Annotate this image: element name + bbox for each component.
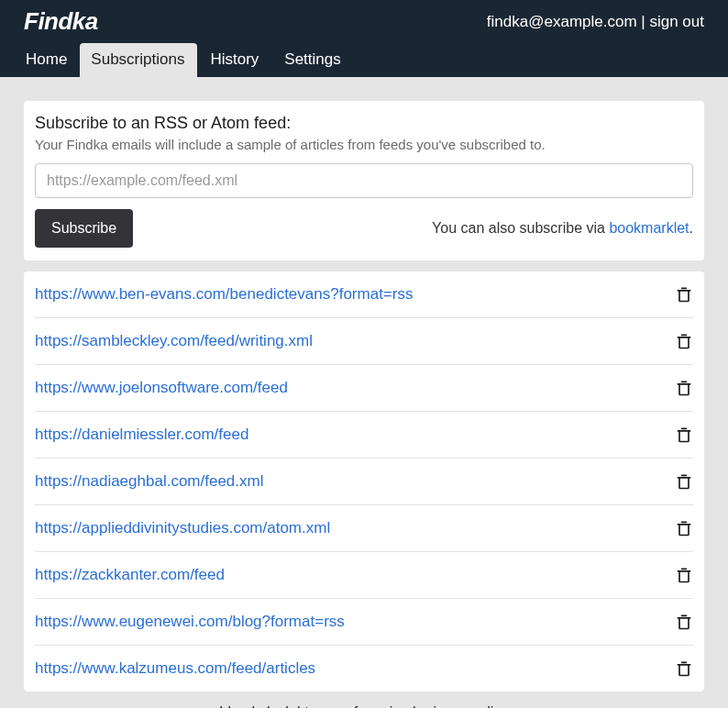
feed-row: https://zackkanter.com/feed xyxy=(35,552,693,599)
trash-icon[interactable] xyxy=(675,612,693,632)
bookmarklet-hint: You can also subscribe via bookmarklet. xyxy=(432,220,693,237)
footer-slack-link[interactable]: slack xyxy=(259,704,292,708)
separator: | xyxy=(637,13,650,30)
trash-icon[interactable] xyxy=(675,518,693,538)
separator: | xyxy=(248,704,259,708)
feed-link[interactable]: https://www.ben-evans.com/benedictevans?… xyxy=(35,285,413,304)
trash-icon[interactable] xyxy=(675,471,693,492)
feed-list: https://www.ben-evans.com/benedictevans?… xyxy=(24,271,704,691)
trash-icon[interactable] xyxy=(675,378,693,398)
trash-icon[interactable] xyxy=(675,425,693,445)
nav-item-settings[interactable]: Settings xyxy=(271,43,353,77)
feed-row: https://www.kalzumeus.com/feed/articles xyxy=(35,646,693,691)
feed-row: https://sambleckley.com/feed/writing.xml xyxy=(35,318,693,365)
footer-tos-link[interactable]: terms of service xyxy=(304,704,408,708)
feed-link[interactable]: https://www.kalzumeus.com/feed/articles xyxy=(35,659,315,678)
feed-link[interactable]: https://zackkanter.com/feed xyxy=(35,566,225,584)
sign-out-link[interactable]: sign out xyxy=(649,13,704,30)
user-email: findka@example.com xyxy=(487,13,637,30)
trash-icon[interactable] xyxy=(675,331,693,351)
user-area: findka@example.com | sign out xyxy=(487,13,704,31)
trash-icon[interactable] xyxy=(675,658,693,679)
feed-row: https://applieddivinitystudies.com/atom.… xyxy=(35,505,693,552)
feed-row: https://www.joelonsoftware.com/feed xyxy=(35,365,693,412)
bookmarklet-link[interactable]: bookmarklet xyxy=(609,220,689,236)
trash-icon[interactable] xyxy=(675,284,693,304)
feed-link[interactable]: https://sambleckley.com/feed/writing.xml xyxy=(35,332,313,350)
trash-icon[interactable] xyxy=(675,565,693,585)
panel-subtitle: Your Findka emails will include a sample… xyxy=(35,137,693,152)
feed-url-input[interactable] xyxy=(35,163,693,198)
hint-suffix: . xyxy=(689,220,693,236)
separator: | xyxy=(408,704,420,708)
separator: | xyxy=(292,704,304,708)
feed-link[interactable]: https://www.eugenewei.com/blog?format=rs… xyxy=(35,613,345,631)
feed-link[interactable]: https://www.joelonsoftware.com/feed xyxy=(35,379,288,397)
feed-row: https://www.ben-evans.com/benedictevans?… xyxy=(35,271,693,318)
feed-link[interactable]: https://danielmiessler.com/feed xyxy=(35,426,248,444)
subscribe-button[interactable]: Subscribe xyxy=(35,209,133,248)
panel-title: Subscribe to an RSS or Atom feed: xyxy=(35,114,693,133)
feed-row: https://nadiaeghbal.com/feed.xml xyxy=(35,459,693,505)
nav-item-home[interactable]: Home xyxy=(24,43,80,77)
hint-prefix: You can also subscribe via xyxy=(432,220,609,236)
feed-row: https://danielmiessler.com/feed xyxy=(35,412,693,459)
app-header: Findka findka@example.com | sign out Hom… xyxy=(0,0,728,77)
subscribe-panel: Subscribe to an RSS or Atom feed: Your F… xyxy=(24,101,704,260)
main-nav: HomeSubscriptionsHistorySettings xyxy=(24,43,704,77)
footer: blog | slack | terms of service | privac… xyxy=(24,691,704,708)
feed-link[interactable]: https://applieddivinitystudies.com/atom.… xyxy=(35,519,330,537)
nav-item-subscriptions[interactable]: Subscriptions xyxy=(80,43,197,77)
logo: Findka xyxy=(24,7,98,36)
feed-row: https://www.eugenewei.com/blog?format=rs… xyxy=(35,599,693,646)
footer-privacy-link[interactable]: privacy policy xyxy=(420,704,508,708)
footer-blog-link[interactable]: blog xyxy=(220,704,248,708)
nav-item-history[interactable]: History xyxy=(197,43,271,77)
feed-link[interactable]: https://nadiaeghbal.com/feed.xml xyxy=(35,472,263,491)
